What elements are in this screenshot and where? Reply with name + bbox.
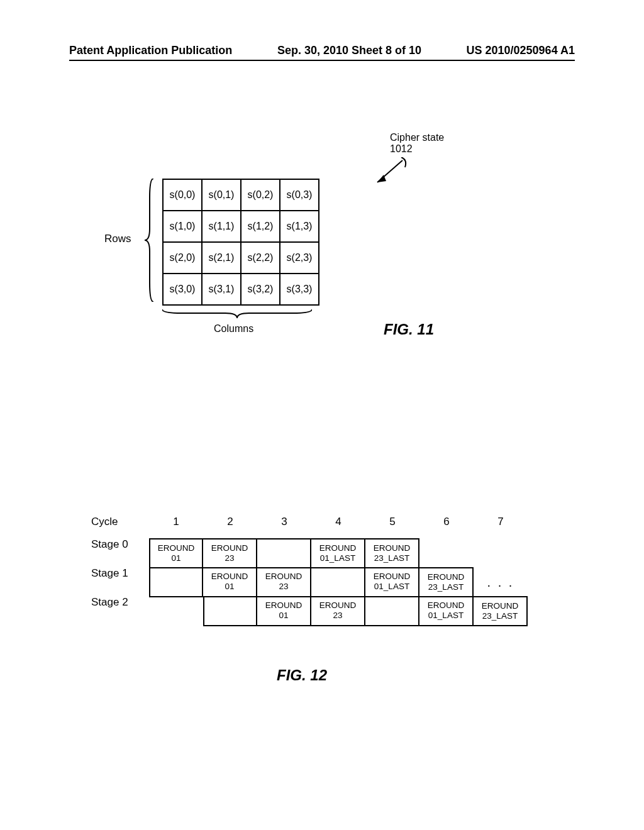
state-cell: s(0,0): [163, 179, 202, 211]
state-cell: s(3,3): [280, 274, 319, 305]
cycle-num: 2: [203, 516, 257, 528]
state-cell: s(0,1): [202, 179, 241, 211]
stage-row-1: Stage 1 EROUND01 EROUND23 EROUND01_LAST …: [91, 567, 563, 597]
state-row-2: s(2,0) s(2,1) s(2,2) s(2,3): [163, 242, 319, 274]
pipeline-cell-blank: [474, 538, 528, 568]
page-header: Patent Application Publication Sep. 30, …: [69, 44, 575, 61]
state-cell: s(0,3): [280, 179, 319, 211]
pipeline-cell: EROUND01_LAST: [419, 596, 474, 626]
cipher-state-annotation: Cipher state 1012: [390, 132, 444, 155]
pipeline-cell: EROUND23: [257, 567, 311, 597]
pipeline-cell-empty: [203, 596, 257, 626]
stage-row-0: Stage 0 EROUND01 EROUND23 EROUND01_LAST …: [91, 538, 563, 568]
cipher-state-table: s(0,0) s(0,1) s(0,2) s(0,3) s(1,0) s(1,1…: [162, 179, 319, 306]
state-cell: s(0,2): [241, 179, 280, 211]
state-cell: s(1,2): [241, 211, 280, 242]
cycle-num: 5: [365, 516, 419, 528]
stage-label: Stage 1: [91, 567, 149, 597]
pipeline-cell: EROUND23: [311, 596, 365, 626]
state-cell: s(3,0): [163, 274, 202, 305]
state-row-0: s(0,0) s(0,1) s(0,2) s(0,3): [163, 179, 319, 211]
cycle-label: Cycle: [91, 516, 149, 528]
arrow-icon: [371, 157, 409, 189]
cycle-num: 3: [257, 516, 311, 528]
cycle-header-row: Cycle 1 2 3 4 5 6 7: [91, 516, 563, 528]
cipher-state-label-line2: 1012: [390, 143, 413, 154]
pipeline-cell: EROUND23_LAST: [474, 596, 528, 626]
stage-row-2: Stage 2 EROUND01 EROUND23 EROUND01_LAST …: [91, 596, 563, 626]
state-cell: s(3,1): [202, 274, 241, 305]
cycle-num: 4: [311, 516, 365, 528]
figure-11-caption: FIG. 11: [384, 321, 434, 338]
header-left: Patent Application Publication: [69, 44, 232, 57]
pipeline-cell: EROUND01: [257, 596, 311, 626]
stage-label: Stage 2: [91, 596, 149, 626]
state-cell: s(1,3): [280, 211, 319, 242]
stage-label: Stage 0: [91, 538, 149, 568]
rows-label: Rows: [104, 233, 131, 245]
pipeline-cell-empty: [257, 538, 311, 568]
pipeline-cell: EROUND23_LAST: [419, 567, 474, 597]
columns-label: Columns: [214, 323, 253, 335]
pipeline-cell-blank: [419, 538, 474, 568]
rows-brace-icon: [145, 179, 156, 302]
pipeline-cell-empty: [365, 596, 419, 626]
cipher-state-label-line1: Cipher state: [390, 132, 444, 143]
state-row-3: s(3,0) s(3,1) s(3,2) s(3,3): [163, 274, 319, 305]
state-row-1: s(1,0) s(1,1) s(1,2) s(1,3): [163, 211, 319, 242]
cycle-num: 6: [419, 516, 474, 528]
cycle-num: 1: [149, 516, 203, 528]
pipeline-cell: EROUND01_LAST: [365, 567, 419, 597]
pipeline-cell-blank: [149, 596, 203, 626]
columns-brace-icon: [162, 307, 312, 318]
state-cell: s(2,0): [163, 242, 202, 274]
state-cell: s(2,2): [241, 242, 280, 274]
pipeline-cell: EROUND23: [203, 538, 257, 568]
cycle-num: 7: [474, 516, 528, 528]
state-cell: s(1,0): [163, 211, 202, 242]
state-cell: s(2,3): [280, 242, 319, 274]
state-cell: s(2,1): [202, 242, 241, 274]
header-center: Sep. 30, 2010 Sheet 8 of 10: [277, 44, 421, 57]
pipeline-cell: EROUND01: [203, 567, 257, 597]
state-cell: s(3,2): [241, 274, 280, 305]
state-cell: s(1,1): [202, 211, 241, 242]
pipeline-cell: EROUND01: [149, 538, 203, 568]
figure-12: Cycle 1 2 3 4 5 6 7 Stage 0 EROUND01 ERO…: [91, 516, 563, 626]
pipeline-cell-empty: [311, 567, 365, 597]
figure-12-caption: FIG. 12: [277, 667, 327, 684]
ellipsis-icon: . . .: [474, 567, 528, 597]
pipeline-cell: EROUND23_LAST: [365, 538, 419, 568]
pipeline-cell: EROUND01_LAST: [311, 538, 365, 568]
figure-11: Cipher state 1012 Rows s(0,0) s(0,1) s(0…: [107, 145, 547, 377]
header-right: US 2010/0250964 A1: [467, 44, 575, 57]
pipeline-cell-empty: [149, 567, 203, 597]
